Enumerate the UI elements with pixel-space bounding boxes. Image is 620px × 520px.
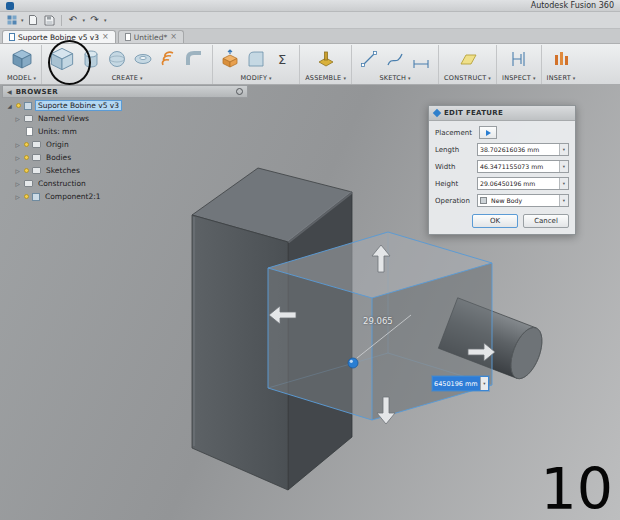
tree-item-component2[interactable]: ▷ Component2:1 (2, 190, 248, 203)
sigma-parameters-icon[interactable]: Σ (270, 47, 294, 71)
tree-item-root-component[interactable]: ◢ Suporte Bobine v5 v3 (2, 99, 248, 112)
height-input[interactable]: 29.06450196 mm ▾ (477, 177, 569, 190)
inspect-menu[interactable]: INSPECT ▾ (502, 73, 536, 83)
joint-tool-icon[interactable] (314, 47, 338, 71)
browser-header: ◀ BROWSER (2, 85, 248, 98)
chevron-down-icon: ▾ (533, 76, 536, 81)
measure-tool-icon[interactable] (507, 47, 531, 71)
gear-icon[interactable] (236, 88, 243, 95)
tab-untitled[interactable]: Untitled* × (118, 30, 184, 43)
chevron-down-icon: ▾ (269, 76, 272, 81)
visibility-bulb-icon[interactable] (24, 194, 29, 199)
placement-button[interactable] (479, 126, 497, 139)
expand-icon[interactable]: ▷ (14, 194, 21, 200)
step-number-annotation: 10 (540, 461, 613, 518)
dimension-input[interactable]: 6450196 mm ▾ (432, 376, 489, 391)
tree-item-units[interactable]: Units: mm (2, 125, 248, 138)
app-grid-icon[interactable] (5, 13, 18, 27)
browser-tree: ◢ Suporte Bobine v5 v3 ▷ Named Views Uni… (2, 98, 248, 203)
insert-menu[interactable]: INSERT ▾ (547, 73, 576, 83)
chevron-down-icon[interactable]: ▾ (83, 18, 86, 23)
model-menu[interactable]: MODEL ▾ (7, 73, 36, 83)
box-tool-icon[interactable] (47, 45, 77, 73)
folder-icon (32, 141, 41, 148)
ribbon-group-create: CREATE ▾ (42, 45, 213, 84)
chevron-down-icon[interactable]: ▾ (480, 377, 488, 390)
edit-feature-dialog: EDIT FEATURE Placement Length 38.7026160… (428, 105, 576, 235)
visibility-bulb-icon[interactable] (24, 142, 29, 147)
tree-item-bodies[interactable]: ▷ Bodies (2, 151, 248, 164)
ribbon-group-assemble: ASSEMBLE ▾ (300, 45, 352, 84)
folder-icon (24, 115, 33, 122)
operation-select[interactable]: New Body ▾ (477, 194, 569, 207)
visibility-bulb-icon[interactable] (24, 155, 29, 160)
document-tabbar: Suporte Bobine v5 v3 × Untitled* × (0, 29, 620, 44)
app-title: Autodesk Fusion 360 (531, 1, 614, 10)
component-icon (24, 102, 32, 110)
feature-diamond-icon (433, 109, 441, 117)
length-input[interactable]: 38.702616036 mm ▾ (477, 143, 569, 156)
operation-row: Operation New Body ▾ (435, 192, 569, 209)
model-workspace-icon[interactable] (10, 47, 34, 71)
create-menu[interactable]: CREATE ▾ (112, 73, 143, 83)
folder-icon (24, 180, 33, 187)
visibility-bulb-icon[interactable] (24, 168, 29, 173)
tab-label: Untitled* (134, 33, 167, 42)
pipe-tool-icon[interactable] (183, 47, 207, 71)
tree-item-named-views[interactable]: ▷ Named Views (2, 112, 248, 125)
chevron-down-icon[interactable]: ▾ (559, 144, 568, 155)
tree-item-origin[interactable]: ▷ Origin (2, 138, 248, 151)
close-icon[interactable]: × (102, 33, 109, 41)
sphere-tool-icon[interactable] (105, 47, 129, 71)
chevron-down-icon: ▾ (33, 76, 36, 81)
cancel-button[interactable]: Cancel (523, 214, 569, 228)
component-icon (32, 193, 40, 201)
torus-tool-icon[interactable] (131, 47, 155, 71)
file-menu-icon[interactable] (27, 13, 40, 27)
browser-title: BROWSER (16, 88, 58, 96)
ribbon-group-inspect: INSPECT ▾ (497, 45, 542, 84)
press-pull-tool-icon[interactable] (218, 47, 242, 71)
modify-menu[interactable]: MODIFY ▾ (241, 73, 272, 83)
chevron-down-icon[interactable]: ▾ (559, 178, 568, 189)
3d-viewport[interactable]: 29.065 6450196 mm ▾ ◀ BROWSER ◢ Suporte … (0, 85, 620, 520)
expand-icon[interactable]: ◢ (6, 103, 13, 109)
expand-icon[interactable]: ▷ (14, 181, 21, 187)
chevron-down-icon[interactable]: ▾ (21, 18, 24, 23)
construction-plane-tool-icon[interactable] (456, 47, 480, 71)
sketch-dimension-tool-icon[interactable] (409, 47, 433, 71)
undo-icon[interactable]: ↶ (67, 13, 80, 27)
dimension-input-value[interactable]: 6450196 mm (433, 377, 480, 390)
tree-item-construction[interactable]: ▷ Construction (2, 177, 248, 190)
expand-icon[interactable]: ▷ (14, 155, 21, 161)
insert-tool-icon[interactable] (549, 47, 573, 71)
chevron-down-icon[interactable]: ▾ (559, 161, 568, 172)
expand-icon[interactable]: ▷ (14, 168, 21, 174)
assemble-menu[interactable]: ASSEMBLE ▾ (305, 73, 346, 83)
redo-icon[interactable]: ↷ (88, 13, 101, 27)
visibility-bulb-icon[interactable] (16, 103, 21, 108)
coil-tool-icon[interactable] (157, 47, 181, 71)
sketch-line-tool-icon[interactable] (357, 47, 381, 71)
tab-suporte-bobine[interactable]: Suporte Bobine v5 v3 × (2, 30, 116, 43)
dialog-title: EDIT FEATURE (444, 109, 503, 117)
cylinder-tool-icon[interactable] (79, 47, 103, 71)
save-icon[interactable] (43, 13, 56, 27)
chevron-down-icon[interactable]: ▾ (559, 195, 568, 206)
dialog-header[interactable]: EDIT FEATURE (429, 106, 575, 121)
close-icon[interactable]: × (170, 33, 177, 41)
fillet-tool-icon[interactable] (244, 47, 268, 71)
sketch-menu[interactable]: SKETCH ▾ (379, 73, 410, 83)
tree-item-sketches[interactable]: ▷ Sketches (2, 164, 248, 177)
expand-icon[interactable]: ▷ (14, 116, 21, 122)
move-manipulator[interactable] (348, 358, 358, 368)
chevron-down-icon: ▾ (343, 76, 346, 81)
expand-icon[interactable]: ▷ (14, 142, 21, 148)
sketch-spline-tool-icon[interactable] (383, 47, 407, 71)
collapse-panel-icon[interactable]: ◀ (7, 88, 12, 95)
width-input[interactable]: 46.3471155073 mm ▾ (477, 160, 569, 173)
ok-button[interactable]: OK (472, 214, 518, 228)
chevron-down-icon[interactable]: ▾ (104, 18, 107, 23)
height-row: Height 29.06450196 mm ▾ (435, 175, 569, 192)
construct-menu[interactable]: CONSTRUCT ▾ (444, 73, 491, 83)
